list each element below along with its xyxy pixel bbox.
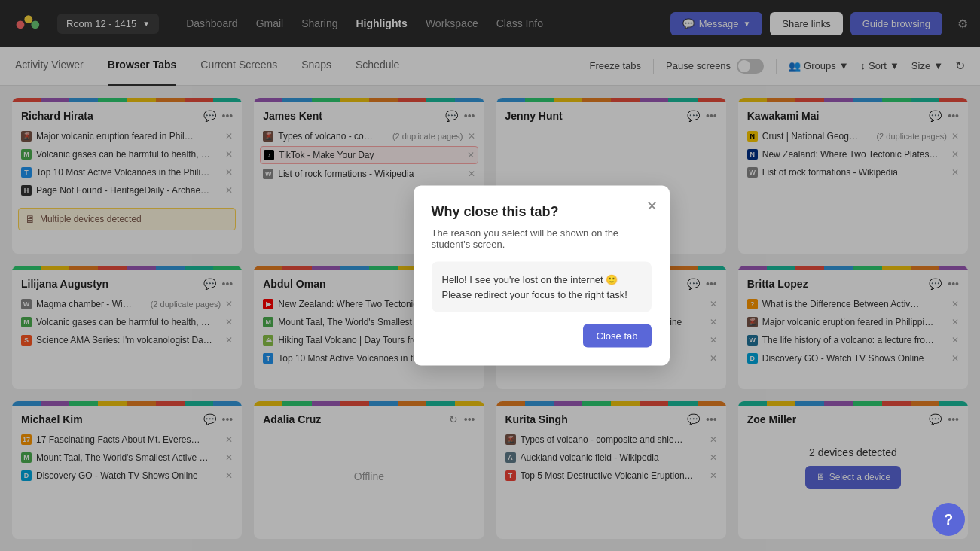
modal-close-button[interactable]: ✕: [646, 198, 658, 215]
close-tab-button[interactable]: Close tab: [583, 324, 652, 348]
modal-message-box: Hello! I see you're lost on the internet…: [432, 262, 652, 312]
modal-title: Why close this tab?: [432, 204, 652, 220]
help-button[interactable]: ?: [932, 503, 965, 536]
modal-subtitle: The reason you select will be shown on t…: [432, 227, 652, 250]
close-tab-modal: ✕ Why close this tab? The reason you sel…: [414, 186, 670, 366]
